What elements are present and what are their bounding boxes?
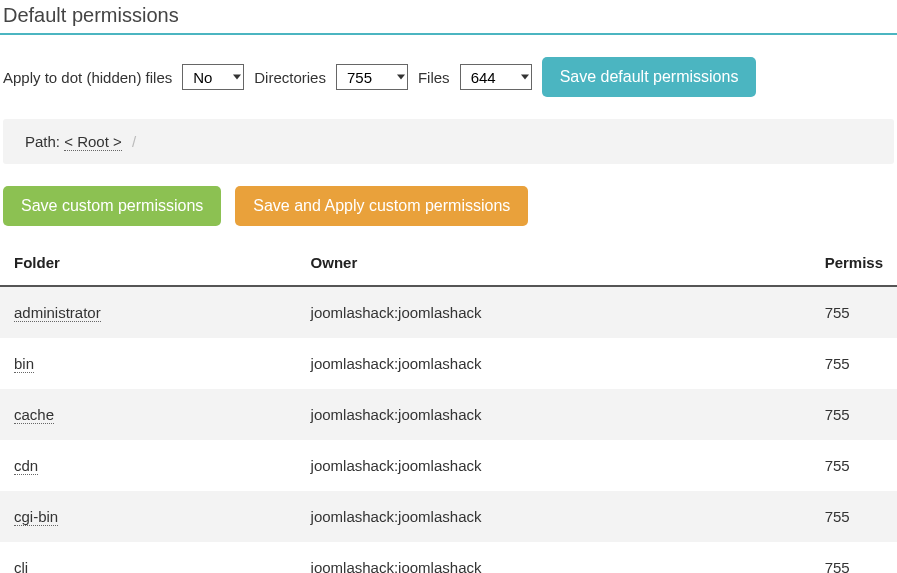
folder-link[interactable]: cache	[14, 406, 54, 424]
perm-cell: 755	[811, 338, 897, 389]
folder-link[interactable]: administrator	[14, 304, 101, 322]
breadcrumb: Path: < Root > /	[3, 119, 894, 164]
owner-cell: joomlashack:joomlashack	[297, 389, 811, 440]
table-row: cgi-bin joomlashack:joomlashack 755	[0, 491, 897, 542]
perm-cell: 755	[811, 286, 897, 338]
files-label: Files	[418, 69, 450, 86]
perm-cell: 755	[811, 389, 897, 440]
directories-label: Directories	[254, 69, 326, 86]
owner-cell: joomlashack:joomlashack	[297, 440, 811, 491]
owner-cell: joomlashack:joomlashack	[297, 286, 811, 338]
dotfiles-label: Apply to dot (hidden) files	[3, 69, 172, 86]
folder-link[interactable]: cgi-bin	[14, 508, 58, 526]
save-apply-custom-permissions-button[interactable]: Save and Apply custom permissions	[235, 186, 528, 226]
dotfiles-select[interactable]: No	[182, 64, 244, 90]
folder-link[interactable]: cli	[14, 559, 28, 573]
save-default-permissions-button[interactable]: Save default permissions	[542, 57, 757, 97]
folder-link[interactable]: cdn	[14, 457, 38, 475]
dotfiles-select-wrap: No	[182, 64, 244, 90]
save-custom-permissions-button[interactable]: Save custom permissions	[3, 186, 221, 226]
table-row: administrator joomlashack:joomlashack 75…	[0, 286, 897, 338]
permissions-table: Folder Owner Permiss administrator jooml…	[0, 244, 897, 573]
table-row: bin joomlashack:joomlashack 755	[0, 338, 897, 389]
table-row: cli joomlashack:joomlashack 755	[0, 542, 897, 573]
table-row: cdn joomlashack:joomlashack 755	[0, 440, 897, 491]
files-select-wrap: 644	[460, 64, 532, 90]
breadcrumb-separator: /	[132, 133, 136, 150]
owner-cell: joomlashack:joomlashack	[297, 338, 811, 389]
directories-select-wrap: 755	[336, 64, 408, 90]
folder-link[interactable]: bin	[14, 355, 34, 373]
directories-select[interactable]: 755	[336, 64, 408, 90]
perm-cell: 755	[811, 491, 897, 542]
col-header-permissions: Permiss	[811, 244, 897, 286]
path-label: Path:	[25, 133, 60, 150]
perm-cell: 755	[811, 542, 897, 573]
custom-permissions-actions: Save custom permissions Save and Apply c…	[0, 186, 897, 244]
breadcrumb-root-link[interactable]: < Root >	[64, 133, 122, 151]
page-title: Default permissions	[0, 0, 897, 35]
col-header-folder: Folder	[0, 244, 297, 286]
perm-cell: 755	[811, 440, 897, 491]
default-permissions-controls: Apply to dot (hidden) files No Directori…	[0, 57, 897, 119]
owner-cell: joomlashack:joomlashack	[297, 542, 811, 573]
table-row: cache joomlashack:joomlashack 755	[0, 389, 897, 440]
col-header-owner: Owner	[297, 244, 811, 286]
files-select[interactable]: 644	[460, 64, 532, 90]
owner-cell: joomlashack:joomlashack	[297, 491, 811, 542]
